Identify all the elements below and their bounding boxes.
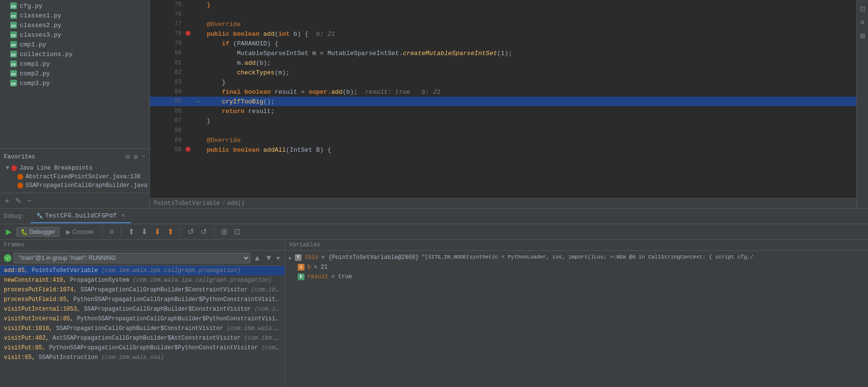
frame-class: PythonSSAPropagationCallGraphBuilder$Pyt… <box>77 315 285 322</box>
mute-btn[interactable]: ↺ <box>199 226 209 237</box>
thread-down-btn[interactable]: ▼ <box>264 253 274 263</box>
line-content: } <box>205 0 856 10</box>
breakpoint-item-1[interactable]: AbstractFixedPointSolver.java:138 <box>4 172 145 181</box>
thread-row: ✓ "main"@1 in group "main": RUNNING ▲ ▼ … <box>0 251 285 266</box>
right-icon-2[interactable]: ≡ <box>859 17 865 27</box>
var-item-result[interactable]: bresult = true <box>285 272 868 282</box>
tab-close-btn[interactable]: × <box>121 213 125 219</box>
line-gutter <box>186 77 195 87</box>
file-item-comp2-py[interactable]: pycomp2.py <box>0 69 149 78</box>
breakpoint-dot <box>186 31 190 36</box>
arrow-gutter <box>195 10 205 19</box>
frames-label: Frames <box>4 242 25 248</box>
frame-item-5[interactable]: visitPutInternal:85, PythonSSAPropagatio… <box>0 314 285 324</box>
list-view-btn[interactable]: ≡ <box>107 227 116 237</box>
frame-pkg: (com.ibm.wala.ipa.call <box>255 306 285 313</box>
line-gutter <box>186 0 195 10</box>
file-item-collections-py[interactable]: pycollections.py <box>0 49 149 59</box>
frame-item-6[interactable]: visitPut:1018, SSAPropagationCallGraphBu… <box>0 324 285 333</box>
frame-item-7[interactable]: visitPut:482, AstSSAPropagationCallGraph… <box>0 333 285 343</box>
line-number: 83 <box>150 77 186 87</box>
settings-icon[interactable]: ⚙ <box>133 153 137 161</box>
line-content: return result; <box>205 106 856 116</box>
sidebar-scrollbar[interactable] <box>0 144 149 148</box>
code-line-90: 90public boolean addAll(IntSet B) { <box>150 145 856 155</box>
var-item-this[interactable]: ▶Tthis = {PointsToSetVariable@2868} "[SI… <box>285 253 868 262</box>
run-cursor-btn[interactable]: ⬆ <box>165 226 175 237</box>
frame-item-2[interactable]: processPutField:1074, SSAPropagationCall… <box>0 285 285 295</box>
thread-filter-btn[interactable]: ▾ <box>275 253 281 263</box>
arrow-gutter <box>195 77 205 87</box>
code-line-87: 87} <box>150 116 856 126</box>
breakpoint-dot <box>186 147 190 152</box>
var-item-b[interactable]: ib = 21 <box>285 262 868 272</box>
step-into-btn[interactable]: ⬇ <box>139 226 149 237</box>
line-content: } <box>205 77 856 87</box>
arrow-gutter <box>195 29 205 39</box>
frame-item-4[interactable]: visitPutInternal:1053, SSAPropagationCal… <box>0 304 285 314</box>
file-item-cfg-py[interactable]: pycfg.py <box>0 1 149 11</box>
file-item-classes3-py[interactable]: pyclasses3.py <box>0 30 149 40</box>
expand-this[interactable]: ▶ <box>289 255 292 261</box>
line-number: 89 <box>150 135 186 145</box>
frame-item-9[interactable]: visit:65, SSAPutInstruction (com.ibm.wal… <box>0 353 285 362</box>
frame-method: add:85, <box>4 267 32 274</box>
var-icon-this: T <box>295 254 302 261</box>
step-out-btn[interactable]: ⬇ <box>152 226 162 237</box>
thread-dropdown[interactable]: "main"@1 in group "main": RUNNING <box>14 253 250 263</box>
frame-item-0[interactable]: add:85, PointsToSetVariable (com.ibm.wal… <box>0 266 285 275</box>
frame-class: PropagationSystem <box>70 277 129 284</box>
code-line-81: 81 m.add(b); <box>150 58 856 68</box>
arrow-gutter: → <box>195 97 205 106</box>
breakpoints-group[interactable]: ▼ Java Line Breakpoints <box>4 164 145 172</box>
code-line-84: 84 final boolean result = super.add(b); … <box>150 87 856 97</box>
line-content: @Override <box>205 19 856 29</box>
arrow-gutter <box>195 126 205 135</box>
table-view-btn[interactable]: ⊞ <box>219 226 229 237</box>
line-gutter <box>186 97 195 106</box>
line-gutter <box>186 19 195 29</box>
tab-testcfg-label: TestCFG.buildCFGPdf <box>45 212 116 219</box>
variables-panel: Variables ▶Tthis = {PointsToSetVariable@… <box>285 240 868 387</box>
arrow-gutter <box>195 0 205 10</box>
collapse-btn[interactable]: ⊡ <box>232 226 242 237</box>
remove-breakpoint-button[interactable]: − <box>26 196 32 206</box>
code-editor[interactable]: 75}7677@Override78public boolean add(int… <box>150 0 856 198</box>
line-number: 77 <box>150 19 186 29</box>
step-over-up-btn[interactable]: ⬆ <box>126 226 136 237</box>
right-icon-1[interactable]: ⊡ <box>859 4 867 14</box>
resume-button[interactable]: ▶ <box>4 226 14 237</box>
file-item-classes1-py[interactable]: pyclasses1.py <box>0 11 149 20</box>
arrow-gutter <box>195 87 205 97</box>
file-item-comp1-py[interactable]: pycomp1.py <box>0 59 149 69</box>
edit-breakpoint-button[interactable]: ✎ <box>14 195 22 206</box>
line-content: m.add(b); <box>205 58 856 68</box>
line-content: if (PARANOID) { <box>205 39 856 48</box>
file-item-classes2-py[interactable]: pyclasses2.py <box>0 20 149 30</box>
debugger-tab-btn[interactable]: 🐛 Debugger <box>16 227 59 237</box>
code-area: 75}7677@Override78public boolean add(int… <box>150 0 856 208</box>
frame-item-3[interactable]: processPutField:85, PythonSSAPropagation… <box>0 295 285 304</box>
code-line-83: 83 } <box>150 77 856 87</box>
file-icon: py <box>10 31 17 39</box>
add-breakpoint-button[interactable]: + <box>4 196 10 206</box>
thread-up-btn[interactable]: ▲ <box>252 253 262 263</box>
breakpoint-group-icon <box>11 165 17 171</box>
expand-icon[interactable]: ⊟ <box>126 153 130 161</box>
line-gutter <box>186 116 195 126</box>
frame-item-8[interactable]: visitPut:85, PythonSSAPropagationCallGra… <box>0 343 285 353</box>
file-item-comp3-py[interactable]: pycomp3.py <box>0 78 149 88</box>
breakpoint-item-2[interactable]: SSAPropagationCallGraphBuilder.java <box>4 181 145 190</box>
console-tab-btn[interactable]: ▶ Console <box>62 228 97 236</box>
close-icon[interactable]: − <box>142 153 145 161</box>
frame-item-1[interactable]: newConstraint:410, PropagationSystem (co… <box>0 275 285 285</box>
var-name-this: this <box>304 254 318 261</box>
rerun-btn[interactable]: ↺ <box>186 226 196 237</box>
file-item-cmp1-py[interactable]: pycmp1.py <box>0 40 149 49</box>
tab-testcfg[interactable]: 🔧 TestCFG.buildCFGPdf × <box>30 209 130 223</box>
frame-pkg: (com.ibm.wala.ipa.callgraph.propagation) <box>132 277 272 284</box>
right-icon-3[interactable]: ⊞ <box>859 31 867 41</box>
frame-method: visitPut:85, <box>4 344 49 351</box>
code-line-82: 82 checkTypes(m); <box>150 68 856 77</box>
file-list: pycfg.pypyclasses1.pypyclasses2.pypyclas… <box>0 0 149 144</box>
